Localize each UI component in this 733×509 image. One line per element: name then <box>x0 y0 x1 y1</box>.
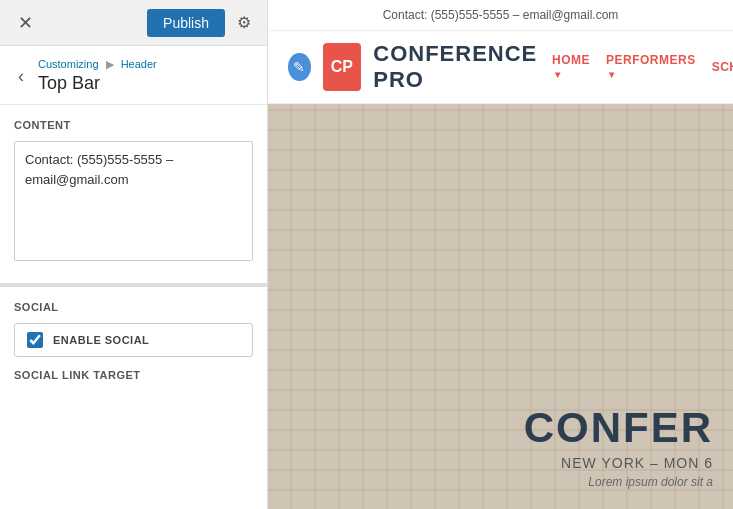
panel-title: Top Bar <box>38 73 157 94</box>
nav-performers-arrow: ▾ <box>609 69 615 80</box>
breadcrumb-parent[interactable]: Customizing <box>38 58 99 70</box>
breadcrumb-separator: ▶ <box>106 58 114 70</box>
hero-area: CONFER NEW YORK – MON 6 Lorem ipsum dolo… <box>268 104 733 509</box>
settings-button[interactable]: ⚙ <box>231 9 257 36</box>
site-name: CONFERENCE PRO <box>373 41 552 93</box>
social-section-label: SOCIAL <box>14 301 253 313</box>
breadcrumb-current: Header <box>121 58 157 70</box>
content-section: Content Contact: (555)555-5555 – email@g… <box>0 105 267 275</box>
site-topbar-bar: Contact: (555)555-5555 – email@gmail.com <box>268 0 733 31</box>
logo-box: CP <box>323 43 362 91</box>
nav-item-home[interactable]: HOME ▾ <box>552 53 590 81</box>
site-nav: HOME ▾ PERFORMERS ▾ SCHE <box>552 53 733 81</box>
enable-social-row[interactable]: ENABLE SOCIAL <box>14 323 253 357</box>
nav-item-performers[interactable]: PERFORMERS ▾ <box>606 53 696 81</box>
enable-social-checkbox[interactable] <box>27 332 43 348</box>
breadcrumb-content: Customizing ▶ Header Top Bar <box>38 58 157 94</box>
site-header: ✎ CP CONFERENCE PRO HOME ▾ PERFORMERS ▾ … <box>268 31 733 104</box>
customizer-panel: ✕ Publish ⚙ ‹ Customizing ▶ Header Top B… <box>0 0 268 509</box>
back-button[interactable]: ‹ <box>14 64 28 89</box>
site-topbar-text: Contact: (555)555-5555 – email@gmail.com <box>383 8 619 22</box>
hero-description: Lorem ipsum dolor sit a <box>524 475 713 489</box>
publish-area: Publish ⚙ <box>147 9 257 37</box>
customizer-topbar: ✕ Publish ⚙ <box>0 0 267 46</box>
close-button[interactable]: ✕ <box>10 10 41 36</box>
content-section-label: Content <box>14 119 253 131</box>
hero-title: CONFER <box>524 407 713 449</box>
hero-subtitle: NEW YORK – MON 6 <box>524 455 713 471</box>
social-section: SOCIAL ENABLE SOCIAL Social Link Target <box>0 287 267 391</box>
publish-button[interactable]: Publish <box>147 9 225 37</box>
hero-overlay: CONFER NEW YORK – MON 6 Lorem ipsum dolo… <box>524 387 733 509</box>
nav-item-schedule[interactable]: SCHE <box>712 60 733 74</box>
breadcrumb: Customizing ▶ Header <box>38 58 157 71</box>
breadcrumb-area: ‹ Customizing ▶ Header Top Bar <box>0 46 267 105</box>
content-textarea[interactable]: Contact: (555)555-5555 – email@gmail.com <box>14 141 253 261</box>
site-preview: Contact: (555)555-5555 – email@gmail.com… <box>268 0 733 509</box>
social-link-target-label: Social Link Target <box>14 369 253 381</box>
logo-edit-icon[interactable]: ✎ <box>288 53 311 81</box>
logo-area: ✎ CP CONFERENCE PRO <box>288 41 552 93</box>
enable-social-label: ENABLE SOCIAL <box>53 334 149 346</box>
nav-home-arrow: ▾ <box>555 69 561 80</box>
